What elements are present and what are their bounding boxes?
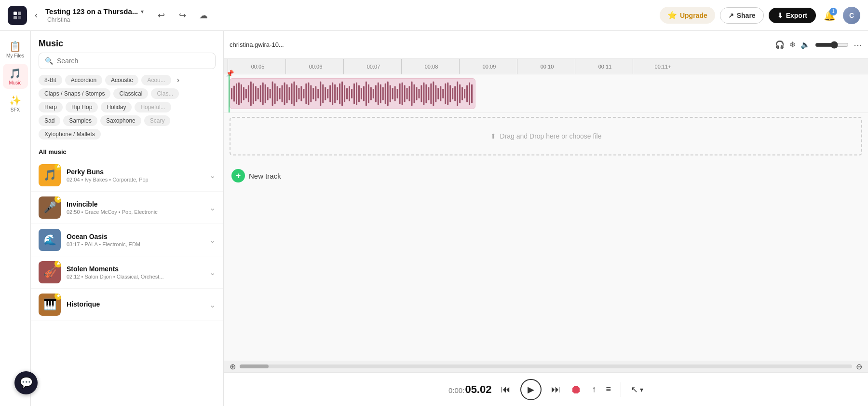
tag-harp[interactable]: Harp xyxy=(39,102,63,112)
tag-holiday[interactable]: Holiday xyxy=(101,102,132,112)
title-dropdown-icon[interactable]: ▾ xyxy=(141,8,144,15)
sidebar-item-my-files[interactable]: 📋 My Files xyxy=(3,37,28,62)
chevron-down-icon[interactable]: ⌄ xyxy=(209,236,216,245)
music-list: 🎵 ★ Perky Buns 02:04 • Ivy Bakes • Corpo… xyxy=(31,159,223,406)
sidebar-item-sfx[interactable]: ✨ SFX xyxy=(3,91,28,116)
search-input[interactable] xyxy=(57,57,209,65)
logo-button[interactable] xyxy=(8,6,27,25)
cursor-button[interactable]: ↖ xyxy=(631,384,638,395)
svg-rect-52 xyxy=(346,88,348,99)
sidebar-item-music[interactable]: 🎵 Music xyxy=(3,64,28,89)
chevron-down-icon[interactable]: ⌄ xyxy=(209,268,216,277)
svg-rect-47 xyxy=(334,84,336,103)
svg-rect-15 xyxy=(258,88,259,99)
list-item[interactable]: 🌊 Ocean Oasis 03:17 • PALA • Electronic,… xyxy=(31,224,223,256)
export-button[interactable]: ⬇ Export xyxy=(769,8,816,23)
svg-rect-1 xyxy=(18,12,21,15)
svg-rect-88 xyxy=(433,81,434,105)
svg-rect-45 xyxy=(329,85,331,102)
record-button[interactable]: ⏺ xyxy=(570,383,582,396)
tag-xylophone[interactable]: Xylophone / Mallets xyxy=(39,129,101,140)
thumb-badge: ★ xyxy=(54,164,61,170)
chevron-down-icon[interactable]: ⌄ xyxy=(209,203,216,212)
list-item[interactable]: 🎻 ★ Stolen Moments 02:12 • Salon Dijon •… xyxy=(31,256,223,289)
thumb-badge: ★ xyxy=(54,294,61,300)
svg-rect-94 xyxy=(447,82,448,105)
svg-rect-95 xyxy=(449,85,451,102)
play-button[interactable]: ▶ xyxy=(520,379,542,400)
list-item[interactable]: 🎤 ★ Invincible 02:50 • Grace McCoy • Pop… xyxy=(31,192,223,224)
tag-8bit[interactable]: 8-Bit xyxy=(39,75,62,85)
scroll-thumb[interactable] xyxy=(240,364,269,368)
tag-hopeful[interactable]: Hopeful... xyxy=(135,102,171,112)
tag-claps[interactable]: Claps / Snaps / Stomps xyxy=(39,88,110,99)
redo-button[interactable]: ↪ xyxy=(175,8,190,23)
mute-button[interactable]: 🔈 xyxy=(800,40,810,49)
tag-classical[interactable]: Classical xyxy=(113,88,148,99)
svg-rect-13 xyxy=(253,83,254,104)
track-options-button[interactable]: ≡ xyxy=(606,384,611,394)
svg-rect-10 xyxy=(245,89,247,98)
notifications-button[interactable]: 🔔 1 xyxy=(821,7,838,24)
tags-row-4: Sad Samples Saxophone Scary xyxy=(39,115,216,126)
share-export-button[interactable]: ↑ xyxy=(592,384,596,394)
tag-acou-more[interactable]: Acou... xyxy=(141,75,171,85)
track-options-button[interactable]: ⋯ xyxy=(854,40,862,50)
list-item[interactable]: 🎵 ★ Perky Buns 02:04 • Ivy Bakes • Corpo… xyxy=(31,159,223,192)
svg-rect-66 xyxy=(380,84,381,103)
zoom-out-button[interactable]: ⊕ xyxy=(230,362,236,371)
playhead-line xyxy=(229,74,230,112)
drop-zone[interactable]: ⬆ Drag and Drop here or choose file xyxy=(230,117,862,155)
svg-rect-101 xyxy=(464,89,465,98)
waveform-clip[interactable] xyxy=(230,78,475,109)
music-info: Perky Buns 02:04 • Ivy Bakes • Corporate… xyxy=(67,168,203,182)
ruler-marks: 00:05 00:06 00:07 00:08 00:09 00:10 00:1… xyxy=(228,59,868,74)
music-meta: 03:17 • PALA • Electronic, EDM xyxy=(67,241,203,247)
svg-rect-11 xyxy=(248,85,249,102)
chevron-down-icon[interactable]: ⌄ xyxy=(209,300,216,309)
track-thumb: 🎹 ★ xyxy=(39,294,61,316)
tag-accordion[interactable]: Accordion xyxy=(65,75,102,85)
svg-rect-56 xyxy=(356,82,357,105)
chat-bubble[interactable]: 💬 xyxy=(14,371,38,394)
new-track-button[interactable]: + New track xyxy=(231,169,281,182)
svg-rect-59 xyxy=(363,86,365,101)
svg-rect-21 xyxy=(272,81,273,105)
svg-rect-82 xyxy=(418,89,420,98)
snowflake-button[interactable]: ❄ xyxy=(789,40,796,49)
scroll-track[interactable] xyxy=(240,364,852,368)
undo-button[interactable]: ↩ xyxy=(153,8,169,23)
thumb-badge: ★ xyxy=(54,196,61,203)
track-thumb: 🎤 ★ xyxy=(39,196,61,219)
tag-acoustic[interactable]: Acoustic xyxy=(105,75,138,85)
headphones-button[interactable]: 🎧 xyxy=(775,40,785,49)
chevron-down-icon[interactable]: ⌄ xyxy=(209,171,216,180)
time-display: 0:00: 05.02 xyxy=(448,383,491,396)
svg-rect-27 xyxy=(286,84,288,103)
svg-rect-54 xyxy=(351,89,353,98)
tag-scary[interactable]: Scary xyxy=(144,115,171,126)
tag-saxophone[interactable]: Saxophone xyxy=(100,115,141,126)
avatar[interactable]: C xyxy=(843,7,860,24)
title-group: Testing 123 on a Thursda... ▾ Christina xyxy=(45,7,144,23)
new-track-row: + New track xyxy=(224,159,868,192)
list-item[interactable]: 🎹 ★ Historique ⌄ xyxy=(31,289,223,321)
rewind-button[interactable]: ⏮ xyxy=(501,384,511,395)
share-button[interactable]: ↗ Share xyxy=(720,7,764,24)
fast-forward-button[interactable]: ⏭ xyxy=(551,384,561,395)
back-button[interactable]: ‹ xyxy=(31,8,41,22)
svg-rect-25 xyxy=(282,85,283,102)
tag-hiphop[interactable]: Hip Hop xyxy=(66,102,98,112)
sidebar: 📋 My Files 🎵 Music ✨ SFX xyxy=(0,31,31,406)
tags-area: 8-Bit Accordion Acoustic Acou... › Claps… xyxy=(31,75,223,142)
tag-clas-more[interactable]: Clas... xyxy=(151,88,179,99)
cursor-dropdown[interactable]: ▾ xyxy=(640,386,643,393)
svg-rect-4 xyxy=(231,88,232,99)
upgrade-button[interactable]: ⭐ Upgrade xyxy=(660,7,715,24)
tags-more-arrow[interactable]: › xyxy=(174,75,182,85)
cloud-save-button[interactable]: ☁ xyxy=(196,8,211,23)
zoom-in-button[interactable]: ⊖ xyxy=(856,362,862,371)
tag-samples[interactable]: Samples xyxy=(63,115,97,126)
volume-slider[interactable] xyxy=(815,41,849,49)
tag-sad[interactable]: Sad xyxy=(39,115,60,126)
